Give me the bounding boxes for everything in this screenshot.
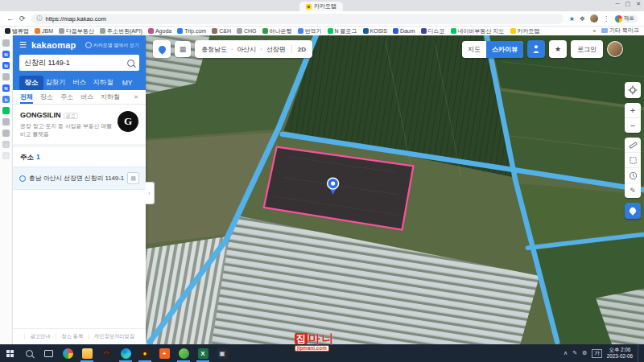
extensions-icon[interactable]: ❖: [580, 15, 585, 23]
sidebar-main-tab[interactable]: 길찾기: [43, 76, 68, 90]
filter-tab[interactable]: 버스: [80, 90, 93, 104]
address-result-row[interactable]: 충남 아산시 선장면 신창리 1149-1 ▤: [13, 167, 146, 190]
user-avatar[interactable]: [607, 41, 623, 57]
draw-button[interactable]: ✎: [625, 183, 641, 198]
bookmark-item[interactable]: 번역기: [298, 27, 322, 35]
taskbar-app[interactable]: [58, 344, 77, 362]
bookmark-item[interactable]: 카카오맵: [510, 27, 540, 35]
breadcrumb-district[interactable]: 선장면: [266, 45, 286, 54]
window-close-button[interactable]: ✕: [636, 1, 641, 7]
pen-icon[interactable]: ✎: [572, 350, 577, 356]
side-strip-icon[interactable]: [2, 73, 10, 80]
taskbar-app[interactable]: ◠: [97, 344, 116, 362]
ad-card[interactable]: GONGSILIN광고 공장·창고·토지 등 사업용 부동산 매물 비교 플랫폼…: [13, 105, 146, 147]
breadcrumb-province[interactable]: 충청남도: [201, 45, 227, 54]
bookmark-item[interactable]: C&H: [212, 28, 231, 34]
roadview-button[interactable]: [527, 40, 545, 58]
view-toggle-option[interactable]: 스카이뷰: [486, 41, 523, 58]
layers-button[interactable]: ▦: [175, 41, 191, 57]
map-mode-toggle[interactable]: 2D: [298, 46, 306, 53]
login-button[interactable]: 로그인: [571, 40, 603, 58]
sidebar-main-tab[interactable]: 버스: [68, 76, 92, 90]
taskbar-app[interactable]: [174, 344, 193, 362]
show-on-map-button[interactable]: ▤: [127, 172, 139, 184]
bookmark-item[interactable]: 네이버부동산 지도: [451, 27, 505, 35]
side-strip-icon[interactable]: N: [2, 84, 10, 92]
marker-tool-button[interactable]: [625, 203, 641, 219]
filter-tab[interactable]: 전체: [20, 90, 33, 104]
side-strip-icon[interactable]: N: [2, 51, 10, 58]
side-strip-icon[interactable]: [2, 39, 10, 47]
taskbar-search-button[interactable]: [19, 344, 39, 362]
view-toggle-option[interactable]: 지도: [462, 41, 486, 58]
favorites-button[interactable]: ★: [549, 40, 567, 58]
bookmark-star-icon[interactable]: ★: [569, 15, 575, 23]
refresh-icon[interactable]: ⟳: [19, 15, 26, 23]
taskbar-app[interactable]: ▣: [213, 344, 232, 362]
taskbar-clock[interactable]: 오후 2:06 2023-02-06: [607, 347, 633, 360]
sidebar-main-tab[interactable]: 장소: [19, 76, 43, 90]
task-view-button[interactable]: [39, 344, 58, 362]
bookmark-item[interactable]: N 블로그: [328, 27, 357, 35]
side-strip-icon[interactable]: [2, 118, 10, 125]
bookmark-item[interactable]: CHG: [237, 28, 257, 34]
bookmark-item[interactable]: KOSIS: [363, 28, 387, 34]
taskbar-app[interactable]: [77, 344, 97, 362]
close-results-icon[interactable]: ✕: [134, 94, 138, 101]
taskbar-app[interactable]: ●: [135, 344, 155, 362]
search-pin-button[interactable]: [153, 40, 171, 58]
bookmark-item[interactable]: 밸류맵: [5, 27, 29, 35]
bookmark-item[interactable]: Daum: [393, 28, 415, 34]
bookmark-item[interactable]: 다음부동산: [59, 27, 94, 35]
bookmark-item[interactable]: 디스코: [421, 27, 445, 35]
side-strip-icon[interactable]: [2, 107, 10, 114]
footer-link[interactable]: 개인정보처리방침: [88, 333, 134, 340]
app-download-link[interactable]: 카카오맵 앱에서 보기: [85, 42, 139, 49]
taskbar-app[interactable]: X: [193, 344, 213, 362]
tray-expand-icon[interactable]: ∧: [564, 350, 568, 356]
area-measure-button[interactable]: [625, 153, 641, 168]
menu-hamburger-icon[interactable]: ☰: [19, 41, 27, 49]
zoom-in-button[interactable]: +: [625, 103, 641, 117]
bookmark-item[interactable]: Agoda: [148, 28, 171, 34]
bookmark-item[interactable]: Trip.com: [177, 28, 206, 34]
timeline-button[interactable]: [625, 168, 641, 183]
site-info-icon[interactable]: ⓘ: [37, 14, 43, 23]
search-icon[interactable]: [127, 60, 134, 67]
taskbar-app[interactable]: [116, 344, 135, 362]
show-desktop-button[interactable]: [638, 344, 642, 362]
bookmark-item[interactable]: JBM: [35, 28, 53, 34]
sidebar-main-tab[interactable]: MY: [115, 76, 139, 89]
ime-indicator[interactable]: 가: [592, 349, 602, 358]
browser-menu-icon[interactable]: ⋮: [603, 15, 609, 23]
footer-link[interactable]: 장소 등록: [56, 333, 84, 340]
region-breadcrumb[interactable]: 충청남도 › 아산시 › 선장면 2D: [195, 40, 312, 58]
filter-tab[interactable]: 주소: [60, 90, 73, 104]
start-button[interactable]: [0, 344, 19, 362]
filter-tab[interactable]: 지하철: [101, 90, 120, 104]
side-strip-icon[interactable]: N: [2, 62, 10, 69]
other-bookmarks-folder[interactable]: 기타 북마크: [601, 27, 639, 35]
side-strip-icon[interactable]: [2, 130, 10, 137]
profile-chip[interactable]: 제트: [614, 14, 638, 23]
current-location-button[interactable]: [625, 82, 641, 98]
zoom-out-button[interactable]: −: [625, 118, 641, 133]
search-input[interactable]: 신창리 1149-1: [19, 55, 139, 71]
sidebar-main-tab[interactable]: 지하철: [91, 76, 115, 90]
sidebar-collapse-handle[interactable]: ‹: [145, 182, 155, 204]
taskbar-app[interactable]: +: [155, 344, 174, 362]
side-strip-icon[interactable]: ⌄: [2, 141, 10, 148]
settings-icon[interactable]: ⚙: [582, 350, 587, 356]
window-minimize-button[interactable]: ─: [616, 1, 620, 7]
back-icon[interactable]: ←: [6, 15, 14, 23]
bookmarks-overflow-icon[interactable]: »: [592, 28, 596, 34]
distance-ruler-button[interactable]: [625, 138, 641, 153]
url-field[interactable]: ⓘ https://map.kakao.com: [31, 14, 564, 24]
side-strip-icon[interactable]: |: [2, 152, 10, 159]
browser-tab[interactable]: 카카오맵: [299, 2, 343, 11]
kakaomap-logo[interactable]: kakaomap: [31, 40, 76, 50]
breadcrumb-city[interactable]: 아산시: [237, 45, 256, 54]
window-maximize-button[interactable]: ▢: [625, 1, 631, 7]
satellite-map[interactable]: [146, 35, 644, 344]
bookmark-item[interactable]: 주소변환(API): [100, 27, 142, 35]
